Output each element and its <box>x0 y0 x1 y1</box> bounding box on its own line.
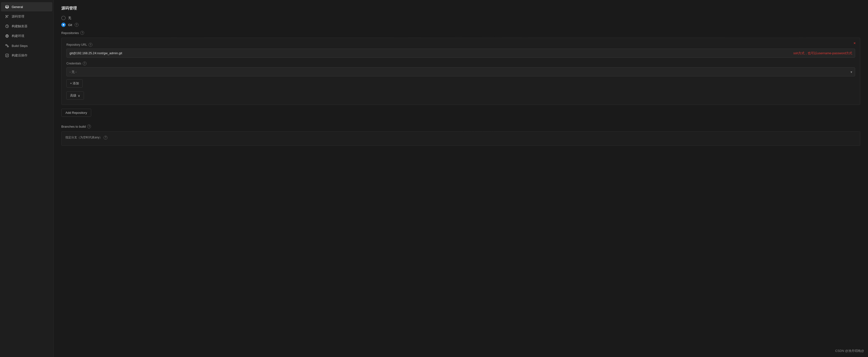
branch-card: 指定分支（为空时代表any） ? <box>61 131 860 146</box>
trigger-icon <box>5 24 9 28</box>
post-icon <box>5 53 9 58</box>
credentials-select-wrapper: - 无 - ▾ <box>66 67 855 76</box>
repo-url-label-text: Repository URL <box>66 43 87 46</box>
branches-label-text: Branches to build <box>61 125 86 128</box>
credentials-label: Credentials ? <box>66 62 855 65</box>
branch-icon <box>5 14 9 19</box>
sidebar-item-build-steps-label: Build Steps <box>12 44 28 48</box>
globe-icon <box>5 34 9 38</box>
repo-url-input-wrapper: ssh方式，也可以username-password方式 <box>66 48 855 58</box>
sidebar-item-post-build[interactable]: 构建后操作 <box>1 51 52 60</box>
radio-none[interactable]: 无 <box>61 16 860 20</box>
repo-url-input[interactable] <box>66 48 855 58</box>
gear-icon <box>5 5 9 9</box>
radio-git-label: Git <box>68 23 72 27</box>
branches-section: Branches to build ? 指定分支（为空时代表any） ? <box>61 125 860 146</box>
svg-point-1 <box>8 15 8 15</box>
credentials-add-button[interactable]: + 添加 <box>66 79 83 88</box>
branch-field-label: 指定分支（为空时代表any） ? <box>65 135 856 139</box>
page-title: 源码管理 <box>61 6 860 11</box>
radio-git-circle[interactable] <box>61 23 66 27</box>
radio-none-circle[interactable] <box>61 16 66 20</box>
repositories-section-label: Repositories ? <box>61 31 860 35</box>
repositories-help-icon[interactable]: ? <box>80 31 84 35</box>
sidebar-item-post-build-label: 构建后操作 <box>12 53 28 58</box>
repo-url-label: Repository URL ? <box>66 43 855 47</box>
svg-point-0 <box>6 15 6 15</box>
repo-url-help-icon[interactable]: ? <box>89 43 92 47</box>
steps-icon <box>5 43 9 48</box>
branch-label-text: 指定分支（为空时代表any） <box>65 135 102 139</box>
radio-git[interactable]: Git ? <box>61 23 860 27</box>
sidebar: General 源码管理 构建触发器 <box>0 0 54 357</box>
advanced-chevron-icon: ∨ <box>78 94 80 98</box>
source-control-radio-group: 无 Git ? <box>61 16 860 27</box>
advanced-label: 高级 <box>70 93 76 98</box>
credentials-label-text: Credentials <box>66 62 81 65</box>
sidebar-item-source-control[interactable]: 源码管理 <box>1 12 52 21</box>
main-content: 源码管理 无 Git ? Repositories ? × Repository… <box>54 0 868 357</box>
add-repository-button[interactable]: Add Repository <box>61 109 91 117</box>
advanced-button[interactable]: 高级 ∨ <box>66 91 84 100</box>
sidebar-item-build-trigger[interactable]: 构建触发器 <box>1 22 52 31</box>
branch-field-help-icon[interactable]: ? <box>103 136 107 139</box>
sidebar-item-build-env[interactable]: 构建环境 <box>1 31 52 41</box>
radio-none-label: 无 <box>68 16 71 20</box>
sidebar-item-build-env-label: 构建环境 <box>12 34 24 38</box>
credentials-help-icon[interactable]: ? <box>83 62 87 65</box>
repo-card-close-button[interactable]: × <box>852 41 857 46</box>
branches-help-icon[interactable]: ? <box>87 125 91 128</box>
svg-point-2 <box>6 17 6 18</box>
git-help-icon[interactable]: ? <box>75 23 79 27</box>
sidebar-item-build-steps[interactable]: Build Steps <box>1 41 52 50</box>
repository-card: × Repository URL ? ssh方式，也可以username-pas… <box>61 38 860 105</box>
svg-rect-6 <box>6 44 7 45</box>
credentials-select[interactable]: - 无 - <box>66 67 855 76</box>
sidebar-item-source-control-label: 源码管理 <box>12 14 24 19</box>
sidebar-item-general-label: General <box>12 5 23 9</box>
repositories-label-text: Repositories <box>61 31 79 35</box>
sidebar-item-general[interactable]: General <box>1 2 52 11</box>
branches-section-label: Branches to build ? <box>61 125 860 128</box>
svg-rect-8 <box>6 54 8 57</box>
sidebar-item-build-trigger-label: 构建触发器 <box>12 24 28 28</box>
